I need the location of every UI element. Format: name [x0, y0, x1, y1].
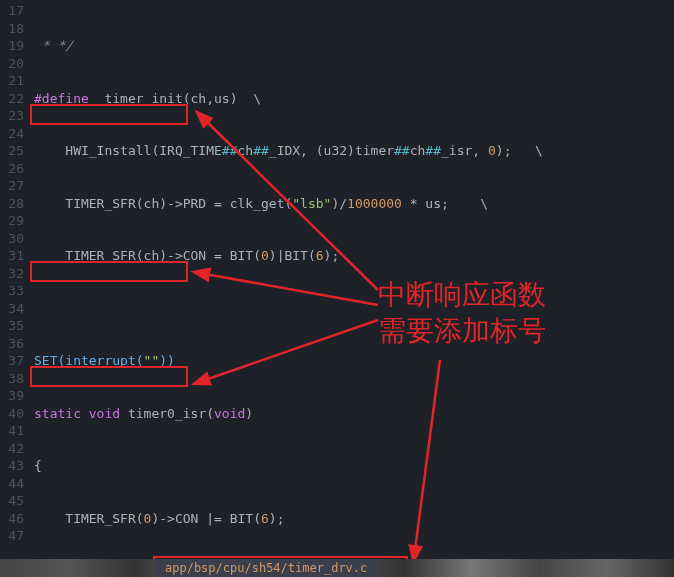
- line-number: 40: [0, 405, 24, 423]
- line-number: 46: [0, 510, 24, 528]
- line-number: 17: [0, 2, 24, 20]
- line-number: 30: [0, 230, 24, 248]
- line-number: 38: [0, 370, 24, 388]
- code-line: {: [34, 457, 674, 475]
- code-editor[interactable]: 1718192021222324252627282930313233343536…: [0, 0, 674, 577]
- code-line: TIMER_SFR(0)->CON |= BIT(6);: [34, 510, 674, 528]
- line-number: 45: [0, 492, 24, 510]
- code-line: HWI_Install(IRQ_TIME##ch##_IDX, (u32)tim…: [34, 142, 674, 160]
- code-line: [34, 300, 674, 318]
- line-number: 36: [0, 335, 24, 353]
- line-number: 24: [0, 125, 24, 143]
- line-number: 31: [0, 247, 24, 265]
- line-number: 37: [0, 352, 24, 370]
- line-gutter: 1718192021222324252627282930313233343536…: [0, 0, 30, 577]
- line-number: 26: [0, 160, 24, 178]
- line-number: 41: [0, 422, 24, 440]
- code-line: TIMER_SFR(ch)->CON = BIT(0)|BIT(6);: [34, 247, 674, 265]
- line-number: 39: [0, 387, 24, 405]
- line-number: 35: [0, 317, 24, 335]
- line-number: 42: [0, 440, 24, 458]
- code-line: * */: [34, 37, 674, 55]
- line-number: 28: [0, 195, 24, 213]
- line-number: 23: [0, 107, 24, 125]
- code-line: SET(interrupt("")): [34, 352, 674, 370]
- line-number: 43: [0, 457, 24, 475]
- line-number: 34: [0, 300, 24, 318]
- code-line: static void timer0_isr(void): [34, 405, 674, 423]
- code-area[interactable]: * */ #define _timer_init(ch,us) \ HWI_In…: [30, 0, 674, 577]
- line-number: 44: [0, 475, 24, 493]
- line-number: 32: [0, 265, 24, 283]
- line-number: 47: [0, 527, 24, 545]
- line-number: 18: [0, 20, 24, 38]
- line-number: 27: [0, 177, 24, 195]
- statusbar-filepath: app/bsp/cpu/sh54/timer_drv.c: [155, 559, 377, 577]
- line-number: 29: [0, 212, 24, 230]
- line-number: 22: [0, 90, 24, 108]
- code-line: #define _timer_init(ch,us) \: [34, 90, 674, 108]
- line-number: 33: [0, 282, 24, 300]
- line-number: 25: [0, 142, 24, 160]
- line-number: 20: [0, 55, 24, 73]
- code-line: TIMER_SFR(ch)->PRD = clk_get("lsb")/1000…: [34, 195, 674, 213]
- line-number: 21: [0, 72, 24, 90]
- line-number: 19: [0, 37, 24, 55]
